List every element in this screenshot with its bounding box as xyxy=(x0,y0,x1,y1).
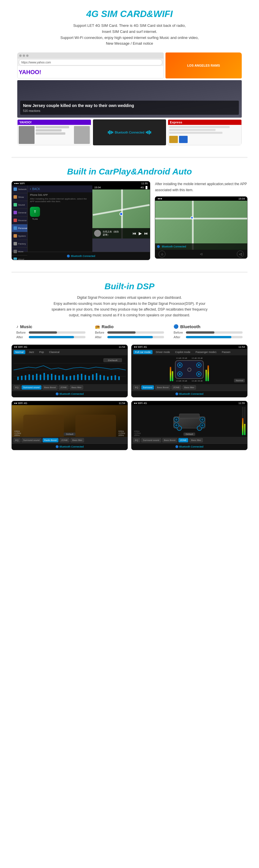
btn-bass-filter-3[interactable]: Bass filter xyxy=(71,438,84,442)
sidebar-item-more[interactable]: More xyxy=(12,248,27,255)
svg-rect-29 xyxy=(111,376,112,380)
vu-side xyxy=(242,407,246,435)
before-label-r: Before xyxy=(95,331,105,334)
tab-passenger[interactable]: Passenger mode1 xyxy=(194,350,218,354)
normal-button[interactable]: Normal xyxy=(234,379,245,382)
svg-rect-9 xyxy=(36,374,37,380)
after-label: After xyxy=(16,335,27,339)
btn-surround-4[interactable]: Surround sound xyxy=(141,438,161,442)
car-3d-svg xyxy=(172,411,207,431)
tab-normal[interactable]: Normal xyxy=(13,350,25,354)
svg-rect-30 xyxy=(115,375,116,380)
svg-rect-23 xyxy=(88,376,90,380)
sim-browser: https://www.yahoo.com YAHOO! xyxy=(17,53,164,79)
dsp-status-1: ●● WiFi 4G 11:54 xyxy=(12,345,127,349)
default-btn-3[interactable]: Default xyxy=(64,433,75,436)
tlink-app[interactable]: T TLink xyxy=(30,207,40,220)
home-button[interactable]: ⌂ xyxy=(158,251,165,257)
btn-zone-3[interactable]: ZONE xyxy=(60,438,69,442)
sidebar-item-system[interactable]: System xyxy=(12,232,27,240)
speaker-bl xyxy=(177,371,182,377)
prev-button[interactable]: ⏮ xyxy=(133,231,137,236)
sidebar-item-about[interactable]: About xyxy=(12,255,27,260)
map-location-pin xyxy=(119,212,123,216)
before-track-b xyxy=(186,331,243,334)
sim-line xyxy=(36,132,65,135)
tab-fullcar[interactable]: Full car mode xyxy=(133,350,152,354)
phone-link-label: Phone link APP xyxy=(28,192,92,197)
btn-bass-filter-2[interactable]: Bass filter xyxy=(182,385,196,390)
tab-passen[interactable]: Passen xyxy=(220,350,232,354)
sidebar-item-label: More xyxy=(18,250,23,253)
dsp-feature-bt-title: 🔵 Bluetooth xyxy=(174,324,200,329)
btn-bass-boost-4[interactable]: Bass Boost xyxy=(162,438,177,442)
freq-3d: 100Hz<125Hz160Hz xyxy=(134,430,141,436)
btn-surround-2[interactable]: Surround xyxy=(141,385,154,390)
db-label-tl: 3.5 dB / 85 dB xyxy=(176,357,187,359)
tab-jazz[interactable]: Jazz xyxy=(27,350,36,354)
radio-label: Radio xyxy=(102,324,114,329)
bluetooth-connected-text: Bluetooth Connected xyxy=(115,131,144,134)
svg-rect-35 xyxy=(179,414,199,418)
dsp-title: Built-in DSP xyxy=(11,281,248,291)
nav-bottom2: ⌂ ◁ ◁ xyxy=(155,250,247,258)
sidebar-item-label: Sound xyxy=(18,204,25,206)
svg-rect-13 xyxy=(51,374,52,380)
vu-fill-1 xyxy=(242,418,244,435)
svg-rect-17 xyxy=(66,376,67,380)
tab-classical[interactable]: Classical xyxy=(47,350,61,354)
btn-eq-2[interactable]: EQ xyxy=(133,385,140,390)
before-track xyxy=(29,331,85,334)
btn-zone-4[interactable]: ZONE xyxy=(178,438,188,442)
next-button[interactable]: ⏭ xyxy=(144,231,148,236)
btn-zone[interactable]: ZONE xyxy=(59,385,69,390)
sidebar-item-reverse[interactable]: Reverse xyxy=(12,217,27,224)
sidebar-item-personal[interactable]: Personal xyxy=(12,224,27,232)
after-fill-r xyxy=(107,336,153,338)
default-btn-4[interactable]: Default xyxy=(183,433,195,436)
sim-line xyxy=(36,126,69,128)
tab-copilot[interactable]: Copilot mode xyxy=(174,350,192,354)
sidebar-item-network[interactable]: Network xyxy=(12,185,27,193)
phone-link-description: After installing the mobile internet app… xyxy=(28,197,92,205)
btn-eq-4[interactable]: EQ xyxy=(133,438,140,442)
car-3d-view: 100Hz<125Hz160Hz Default xyxy=(132,405,247,437)
btn-bass-filter-4[interactable]: Bass filter xyxy=(189,438,203,442)
status-icons-4: ●● WiFi 4G xyxy=(134,402,147,405)
play-button[interactable]: ▶ xyxy=(139,231,142,236)
svg-rect-14 xyxy=(55,375,56,380)
btn-bass-boost-2[interactable]: Bass Boost xyxy=(155,385,170,390)
tab-driver[interactable]: Driver mode xyxy=(154,350,172,354)
db-label-br: 3.5 dB / 85 dB xyxy=(192,380,202,382)
back-button[interactable]: ◁ xyxy=(237,251,244,257)
dsp-feature-radio-title: 📻 Radio xyxy=(95,324,114,329)
tab-pop[interactable]: Pop xyxy=(38,350,46,354)
bt-before-row: Before xyxy=(174,331,243,334)
sidebar-item-factory[interactable]: Factory xyxy=(12,240,27,248)
bt-label-1: 🔵 Bluetooth Connected xyxy=(56,393,84,395)
btn-bass-filter[interactable]: Bass filter xyxy=(70,385,83,390)
sidebar-item-show[interactable]: Show xyxy=(12,193,27,201)
btn-eq[interactable]: EQ xyxy=(13,385,21,390)
sim-news-meta: 516 reactions xyxy=(23,109,236,113)
seat-left xyxy=(23,415,64,437)
btn-eq-3[interactable]: EQ xyxy=(13,438,21,442)
sim-title: 4G SIM CARD&WIFI xyxy=(17,9,242,19)
bt-connected-bar: 🔵 Bluetooth Connected xyxy=(67,255,95,257)
btn-surround[interactable]: Surround sound xyxy=(22,385,41,390)
bt-bar xyxy=(112,131,113,133)
dsp-status-3: ●● WiFi 4G 11:54 xyxy=(12,401,127,405)
sidebar-item-label: Personal xyxy=(18,227,27,229)
status-icons-3: ●● WiFi 4G xyxy=(14,402,27,405)
signal-icon2: ●●● xyxy=(157,197,162,200)
btn-bass-boost[interactable]: Bass Boost xyxy=(43,385,58,390)
btn-zone-2[interactable]: ZONE xyxy=(172,385,181,390)
btn-radio-boost[interactable]: Radio Boost xyxy=(43,438,59,442)
browser-url-bar[interactable]: https://www.yahoo.com xyxy=(19,59,162,65)
tlink-initial: T xyxy=(34,210,36,213)
btn-surround-3[interactable]: Surround sound xyxy=(22,438,41,442)
sidebar-item-general[interactable]: General xyxy=(12,209,27,217)
nav-controls: ◁ xyxy=(200,252,202,255)
sidebar-item-sound[interactable]: Sound xyxy=(12,201,27,209)
statusbar: ●●● WiFi 11:55 xyxy=(12,181,150,185)
